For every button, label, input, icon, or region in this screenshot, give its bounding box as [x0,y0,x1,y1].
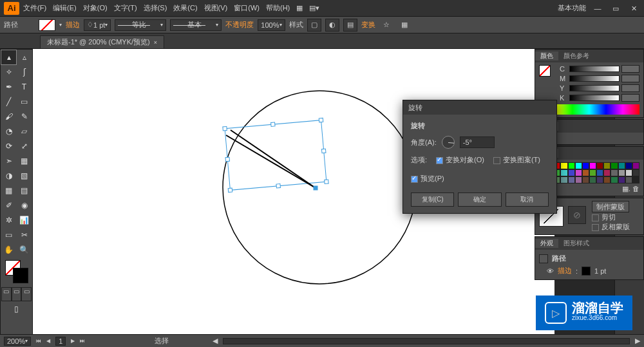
menu-object[interactable]: 对象(O) [83,3,108,13]
invert-checkbox-label[interactable]: 反相蒙版 [592,223,630,230]
layout-icon[interactable]: ▦ [296,4,303,12]
line-path-2[interactable] [226,135,316,188]
last-artboard-icon[interactable]: ⏭ [80,338,85,344]
free-transform-tool[interactable]: ▦ [17,154,32,168]
eye-icon[interactable]: 👁 [547,267,554,275]
k-slider[interactable] [569,95,620,101]
rectangle-tool[interactable]: ▭ [17,95,32,109]
menu-window[interactable]: 窗口(W) [234,3,260,13]
eraser-tool[interactable]: ▱ [17,124,32,138]
type-tool[interactable]: T [17,80,32,94]
y-slider[interactable] [569,85,620,91]
pencil-tool[interactable]: ✎ [17,109,32,124]
stroke-link[interactable]: 描边 [66,20,80,30]
selection-tool[interactable]: ▴ [1,50,16,64]
c-field[interactable] [621,65,639,73]
menu-file[interactable]: 文件(F) [23,3,46,13]
swatch-libraries-icon[interactable]: ▦. [622,185,630,192]
cancel-button[interactable]: 取消 [506,192,549,207]
screen-mode-icon[interactable]: ▯ [1,302,32,316]
copy-button[interactable]: 复制(C) [411,192,454,207]
direct-selection-tool[interactable]: ▵ [17,50,32,64]
gradient-tool[interactable]: ▤ [17,183,32,198]
prev-artboard-icon[interactable]: ◀ [46,338,50,344]
tab-appearance[interactable]: 外观 [535,239,558,248]
fill-stroke-swatch[interactable] [1,258,32,286]
draw-behind-icon[interactable]: ▭ [12,287,22,301]
delete-swatch-icon[interactable]: 🗑 [632,185,639,192]
stroke-dash-profile[interactable]: 等比▾ [115,19,166,31]
restore-icon[interactable]: ▭ [609,4,622,13]
mesh-tool[interactable]: ▦ [1,183,16,198]
draw-normal-icon[interactable]: ▭ [1,287,12,301]
minimize-icon[interactable]: — [591,4,604,13]
scroll-left-icon[interactable]: ◀ [213,337,218,345]
angle-dial[interactable] [442,136,455,149]
line-path-1[interactable] [231,130,316,188]
workspace-switcher[interactable]: 基本功能 [558,3,586,13]
next-artboard-icon[interactable]: ▶ [71,338,75,344]
stroke-row[interactable]: 描边 [558,266,572,276]
opacity-field[interactable]: 100%▾ [258,19,285,31]
draw-inside-icon[interactable]: ▭ [21,287,32,301]
ok-button[interactable]: 确定 [458,192,501,207]
tab-color[interactable]: 颜色 [535,52,558,61]
selection-bbox[interactable] [225,120,327,191]
color-fill-stroke[interactable] [539,65,556,82]
transform-patterns-checkbox[interactable]: 变换图案(T) [493,155,540,165]
make-mask-button[interactable]: 制作蒙版 [592,201,629,212]
bridge-icon[interactable]: ▤▾ [309,4,319,12]
menu-effect[interactable]: 效果(C) [173,3,197,13]
anchor-point[interactable] [314,186,317,190]
tab-graphic-styles[interactable]: 图形样式 [558,239,594,248]
menu-select[interactable]: 选择(S) [144,3,167,13]
transform-link[interactable]: 变换 [361,20,375,30]
hand-tool[interactable]: ✋ [1,243,16,257]
m-field[interactable] [621,75,639,82]
first-artboard-icon[interactable]: ⏮ [36,338,41,344]
style-swatch[interactable]: ▢ [307,19,321,32]
edit-icon[interactable]: ▦ [397,19,412,32]
symbol-sprayer-tool[interactable]: ✲ [1,213,16,227]
h-scrollbar[interactable] [223,338,630,344]
graph-tool[interactable]: 📊 [17,213,32,227]
m-slider[interactable] [569,75,620,82]
k-field[interactable] [621,94,639,102]
perspective-tool[interactable]: ▧ [17,169,32,183]
preview-checkbox[interactable]: 预览(P) [411,174,444,182]
menu-help[interactable]: 帮助(H) [266,3,290,13]
mask-thumb[interactable]: ⊘ [568,206,586,224]
scroll-right-icon[interactable]: ▶ [635,337,640,345]
artboard-tool[interactable]: ▭ [1,228,16,242]
angle-input[interactable]: -5° [460,136,495,148]
transform-objects-checkbox[interactable]: 变换对象(O) [436,155,484,165]
menu-view[interactable]: 视图(V) [204,3,228,13]
magic-wand-tool[interactable]: ✧ [1,65,16,79]
recolor-icon[interactable]: ◐ [325,19,339,32]
blend-tool[interactable]: ◉ [17,198,32,212]
stroke-value[interactable]: 1 pt [594,267,606,275]
pen-tool[interactable]: ✒ [1,80,16,94]
eyedropper-tool[interactable]: ✐ [1,198,16,212]
scale-tool[interactable]: ⤢ [17,139,32,153]
menu-text[interactable]: 文字(T) [114,3,137,13]
tab-color-guide[interactable]: 颜色参考 [558,52,594,61]
align-icon[interactable]: ▤ [343,19,357,32]
menu-edit[interactable]: 编辑(E) [53,3,77,13]
zoom-field[interactable]: 200% ▾ [4,337,31,346]
zoom-tool[interactable]: 🔍 [17,243,32,257]
shape-builder-tool[interactable]: ◑ [1,169,16,183]
width-tool[interactable]: ➣ [1,154,16,168]
document-tab[interactable]: 未标题-1* @ 200% (CMYK/预览) × [40,35,164,48]
fill-dropdown-icon[interactable]: ▾ [59,22,62,28]
stroke-weight-field[interactable]: ♢1 pt▾ [84,19,111,31]
tab-close-icon[interactable]: × [154,39,157,46]
c-slider[interactable] [569,66,620,72]
blob-brush-tool[interactable]: ◔ [1,124,16,138]
artboard-nav-field[interactable]: 1 [55,337,66,346]
isolate-icon[interactable]: ☆ [379,19,393,32]
paintbrush-tool[interactable]: 🖌 [1,109,16,124]
slice-tool[interactable]: ✂ [17,228,32,242]
lasso-tool[interactable]: ʃ [17,65,32,79]
opacity-link[interactable]: 不透明度 [225,20,254,30]
